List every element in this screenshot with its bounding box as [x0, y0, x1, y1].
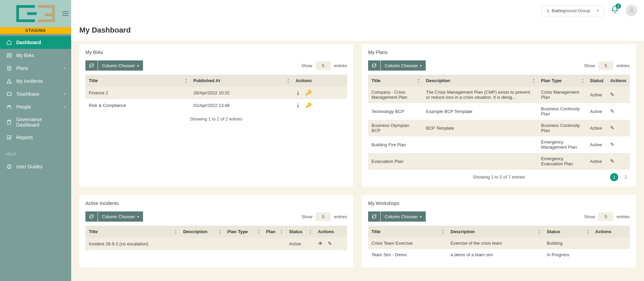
table-row: Business Olympian BCPBCP TemplateBusines… [368, 120, 630, 136]
key-icon[interactable]: 🔑 [305, 102, 312, 108]
edit-icon[interactable]: ✎ [610, 158, 615, 164]
sidebar-item-label: Plans [16, 65, 28, 71]
sort-icon[interactable]: ▲▼ [417, 78, 420, 84]
svg-point-7 [630, 8, 632, 11]
cell-title: Crisis Team Exercise [368, 238, 447, 249]
sidebar-item-my-bias[interactable]: My BIAs [0, 49, 71, 62]
column-header[interactable]: Title▲▼ [85, 75, 190, 87]
menu-toggle-icon[interactable] [62, 11, 68, 16]
column-header[interactable]: Status▲▼ [286, 226, 315, 238]
page-size-input[interactable] [316, 212, 330, 221]
column-header[interactable]: Published At▲▼ [190, 75, 293, 87]
column-header[interactable]: Description▲▼ [447, 226, 543, 238]
cell-plan [263, 238, 286, 250]
governance-icon [6, 119, 12, 125]
sort-icon[interactable]: ▲▼ [257, 229, 260, 235]
refresh-button[interactable] [368, 211, 380, 222]
cell-title: Finance 2 [85, 87, 190, 99]
help-label: HELP [0, 146, 71, 158]
sidebar-item-user-guides[interactable]: User Guides [0, 160, 71, 173]
page-size-input[interactable] [316, 61, 330, 70]
page-link[interactable]: 2 [622, 173, 630, 181]
sort-icon[interactable]: ▲▼ [309, 229, 312, 235]
entries-control: Show entries [301, 61, 347, 70]
sidebar-item-reports[interactable]: Reports [0, 131, 71, 144]
refresh-button[interactable] [85, 60, 98, 71]
table-summary: Showing 1 to 2 of 2 entries [190, 116, 242, 121]
download-icon[interactable]: ⭳ [296, 90, 301, 96]
chevron-down-icon: ▾ [420, 215, 422, 219]
sidebar-item-plans[interactable]: Plans› [0, 62, 71, 75]
sort-icon[interactable]: ▲▼ [538, 229, 541, 235]
sidebar-item-people[interactable]: People› [0, 100, 71, 113]
column-chooser-button[interactable]: Column Chooser ▾ [381, 60, 426, 71]
column-chooser-button[interactable]: Column Chooser ▾ [381, 211, 426, 222]
edit-icon[interactable]: ✎ [610, 108, 615, 114]
my-plans-panel: My Plans Column Chooser ▾ Show entries T… [362, 44, 636, 186]
column-header[interactable]: Plan▲▼ [263, 226, 286, 238]
column-chooser-button[interactable]: Column Chooser ▾ [98, 60, 143, 71]
column-header[interactable]: Description▲▼ [180, 226, 224, 238]
sort-icon[interactable]: ▲▼ [586, 229, 589, 235]
sort-icon[interactable]: ▲▼ [287, 78, 289, 84]
column-header[interactable]: Actions [292, 75, 347, 87]
sort-icon[interactable]: ▲▼ [174, 229, 177, 235]
column-header[interactable]: Actions [607, 75, 630, 87]
sort-icon[interactable]: ▲▼ [280, 229, 283, 235]
sidebar-item-label: People [16, 104, 31, 110]
refresh-button[interactable] [368, 60, 380, 71]
sort-icon[interactable]: ▲▼ [442, 229, 444, 235]
account-dropdown[interactable]: 1. Battleground Group ▾ [542, 5, 604, 16]
svg-point-3 [7, 105, 9, 107]
column-header[interactable]: Description▲▼ [423, 75, 538, 87]
cell-title: Building Fire Plan [368, 136, 423, 153]
edit-icon[interactable]: ✎ [610, 92, 615, 98]
sidebar-item-my-incidents[interactable]: My Incidents [0, 75, 71, 88]
avatar[interactable] [626, 5, 637, 16]
page-link[interactable]: 1 [610, 173, 618, 181]
sidebar-item-dashboard[interactable]: Dashboard [0, 36, 71, 49]
refresh-button[interactable] [85, 211, 98, 222]
cell-status: Active [587, 120, 607, 136]
sort-icon[interactable]: ▲▼ [219, 229, 221, 235]
column-chooser-button[interactable]: Column Chooser ▾ [98, 211, 143, 222]
cell-title: Technology BCP [368, 103, 423, 120]
column-header[interactable]: Title▲▼ [368, 75, 423, 87]
column-header[interactable]: Status▲▼ [543, 226, 592, 238]
column-header[interactable]: Status▲▼ [587, 75, 607, 87]
column-header[interactable]: Title▲▼ [368, 226, 447, 238]
sidebar-item-governance-dashboard[interactable]: Governance Dashboard [0, 113, 71, 131]
notification-count: 2 [616, 3, 621, 9]
edit-icon[interactable]: ✎ [610, 142, 615, 148]
cell-description [423, 153, 538, 170]
chevron-right-icon: › [64, 92, 65, 96]
key-icon[interactable]: 🔑 [305, 90, 312, 96]
sort-icon[interactable]: ▲▼ [601, 78, 604, 84]
people-icon [6, 104, 12, 110]
column-header[interactable]: Actions [315, 226, 347, 238]
notifications-button[interactable]: 2 [611, 5, 619, 16]
page-size-input[interactable] [598, 212, 613, 221]
column-header[interactable]: Title▲▼ [85, 226, 180, 238]
svg-rect-5 [7, 120, 11, 124]
cell-title: Business Olympian BCP [368, 120, 423, 136]
page-size-input[interactable] [598, 61, 613, 70]
sidebar-item-touchbase[interactable]: Touchbase› [0, 88, 71, 100]
column-header[interactable]: Plan Type▲▼ [538, 75, 586, 87]
logo-g-icon [36, 5, 55, 22]
cell-plan-type: Emergency Evacuation Plan [538, 153, 586, 170]
panel-title: Active Incidents [85, 201, 347, 206]
edit-icon[interactable]: ✎ [610, 125, 615, 131]
column-header[interactable]: Actions [592, 226, 630, 238]
column-header[interactable]: Plan Type▲▼ [224, 226, 263, 238]
bias-table: Title▲▼Published At▲▼Actions Finance 226… [85, 75, 347, 112]
view-icon[interactable]: 👁 [318, 241, 323, 247]
download-icon[interactable]: ⭳ [296, 102, 301, 108]
sort-icon[interactable]: ▲▼ [532, 78, 535, 84]
table-row: Risk & Compliance01/Apr/2022 13:48⭳🔑 [85, 99, 347, 112]
sort-icon[interactable]: ▲▼ [581, 78, 584, 84]
active-incidents-panel: Active Incidents Column Chooser ▾ Show e… [79, 195, 353, 267]
edit-icon[interactable]: ✎ [328, 241, 332, 247]
sort-icon[interactable]: ▲▼ [185, 78, 187, 84]
account-label: 1. Battleground Group [547, 8, 590, 13]
